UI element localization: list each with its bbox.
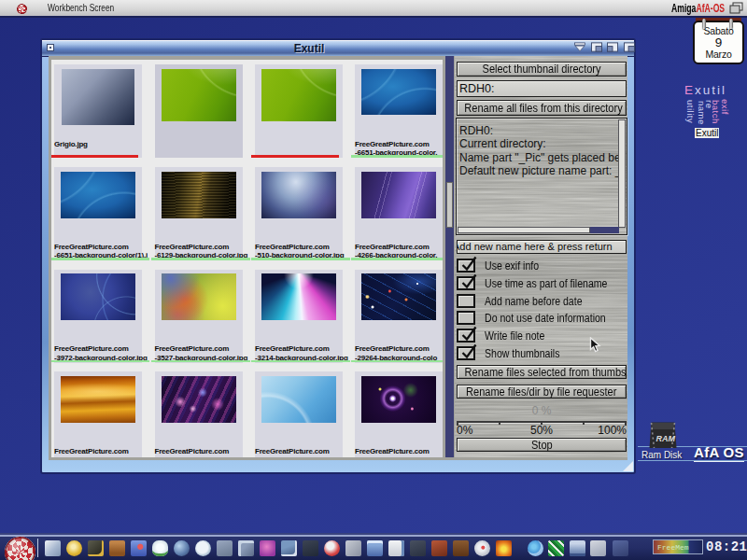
svg-text:RAM: RAM xyxy=(656,434,676,443)
